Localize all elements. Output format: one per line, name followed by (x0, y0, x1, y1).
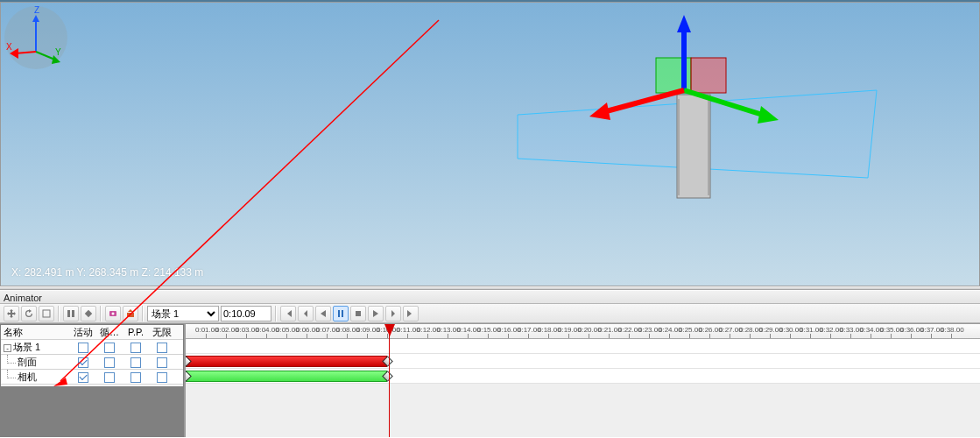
checkbox-active[interactable] (70, 341, 96, 352)
play-button[interactable] (368, 306, 384, 321)
coordinate-readout: X: 282.491 m Y: 268.345 m Z: 214.133 m (11, 266, 203, 279)
tree-row[interactable]: -场景 1 (1, 340, 183, 355)
track-row[interactable] (186, 369, 980, 384)
track-row[interactable] (186, 354, 980, 369)
svg-rect-33 (356, 311, 361, 316)
step-forward-button[interactable] (385, 306, 401, 321)
separator (142, 306, 144, 321)
col-header-name: 名称 (4, 326, 70, 339)
panel-title: Animator (0, 290, 980, 304)
stop-button[interactable] (350, 306, 366, 321)
axis-gizmo[interactable]: Z Y X (1, 3, 71, 73)
time-input[interactable] (221, 306, 271, 321)
checkbox-active[interactable] (70, 371, 96, 382)
animator-toolbar: 场景 1 (0, 304, 980, 323)
checkbox-active[interactable] (70, 356, 96, 367)
svg-text:Z: Z (34, 5, 39, 15)
step-back-button[interactable] (298, 306, 314, 321)
track-row[interactable] (186, 339, 980, 354)
scale-button[interactable] (39, 306, 54, 321)
svg-rect-31 (338, 310, 340, 317)
col-header-loop: 循… (96, 326, 123, 339)
checkbox-pp[interactable] (123, 356, 149, 367)
col-header-infinite: 无限 (149, 326, 175, 339)
separator (100, 306, 102, 321)
svg-rect-32 (342, 310, 343, 317)
export-button[interactable] (123, 306, 138, 321)
viewport-3d[interactable]: Z Y X X: 282.491 m Y: 268.345 m Z: 214.1… (0, 2, 980, 286)
svg-rect-27 (85, 309, 92, 316)
svg-text:X: X (6, 42, 12, 52)
capture-button[interactable] (105, 306, 121, 321)
svg-point-29 (112, 312, 115, 314)
translate-button[interactable] (4, 306, 19, 321)
time-ruler[interactable]: 0:01.000:02.000:03.000:04.000:05.000:06.… (186, 324, 980, 339)
goto-start-button[interactable] (280, 306, 296, 321)
svg-rect-24 (43, 310, 50, 317)
goto-end-button[interactable] (403, 306, 419, 321)
clip-bar[interactable] (186, 356, 387, 367)
key-button[interactable] (81, 306, 96, 321)
tree-row-label: 剖面 (4, 355, 70, 369)
svg-rect-1 (677, 95, 710, 198)
tree-row[interactable]: 相机 (1, 370, 183, 385)
svg-marker-7 (677, 15, 691, 32)
separator (58, 306, 60, 321)
playhead[interactable] (389, 324, 390, 437)
scene-select[interactable]: 场景 1 (147, 306, 219, 321)
checkbox-infinite[interactable] (149, 356, 175, 367)
play-reverse-button[interactable] (315, 306, 331, 321)
pause-button[interactable] (333, 306, 349, 321)
svg-rect-26 (72, 310, 74, 317)
checkbox-infinite[interactable] (149, 371, 175, 382)
tree-header: 名称 活动 循… P.P. 无限 (1, 325, 183, 340)
checkbox-loop[interactable] (96, 341, 123, 352)
clip-bar[interactable] (186, 371, 387, 382)
checkbox-loop[interactable] (96, 371, 123, 382)
tree-row-label: 相机 (4, 370, 70, 384)
checkbox-pp[interactable] (123, 371, 149, 382)
ruler-label: 0:38.00 (941, 326, 964, 334)
checkbox-loop[interactable] (96, 356, 123, 367)
svg-rect-5 (691, 58, 726, 93)
viewport-scene (1, 3, 980, 287)
timeline-area: 名称 活动 循… P.P. 无限 -场景 1剖面相机 0:01.000:02.0… (0, 323, 980, 437)
tree-row[interactable]: 剖面 (1, 355, 183, 370)
svg-text:Y: Y (55, 47, 61, 57)
col-header-active: 活动 (70, 326, 96, 339)
tracks-panel[interactable]: 0:01.000:02.000:03.000:04.000:05.000:06.… (186, 324, 980, 437)
tree-row-label: -场景 1 (4, 341, 70, 354)
svg-rect-30 (127, 313, 134, 317)
tree-panel[interactable]: 名称 活动 循… P.P. 无限 -场景 1剖面相机 (0, 324, 186, 437)
separator (275, 306, 277, 321)
snap-button[interactable] (63, 306, 79, 321)
checkbox-infinite[interactable] (149, 341, 175, 352)
col-header-pp: P.P. (123, 327, 149, 337)
rotate-button[interactable] (21, 306, 37, 321)
checkbox-pp[interactable] (123, 341, 149, 352)
svg-rect-25 (67, 310, 70, 317)
